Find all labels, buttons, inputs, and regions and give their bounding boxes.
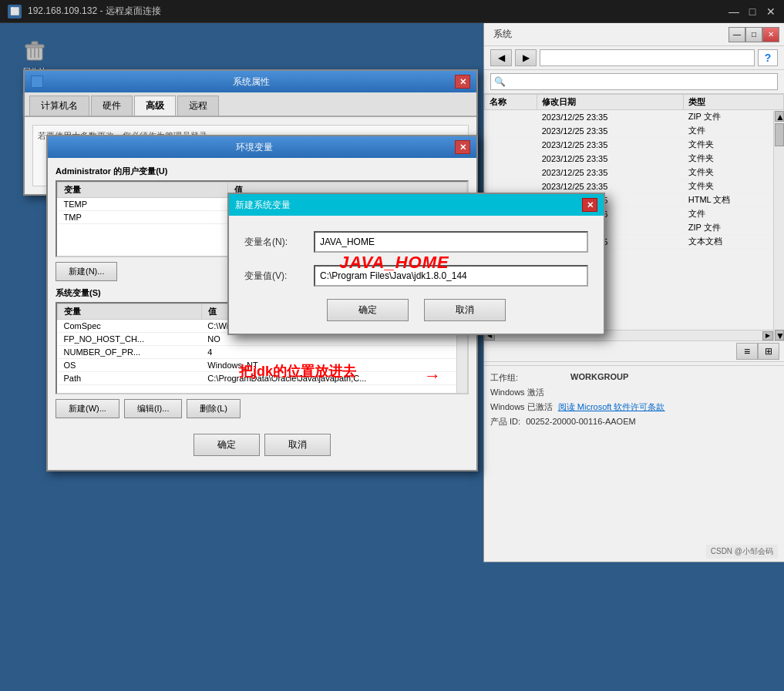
env-titlebar: 环境变量 ✕: [48, 136, 476, 158]
user-vars-title: Administrator 的用户变量(U): [56, 166, 469, 177]
taskbar-controls: — □ ✕: [728, 6, 776, 17]
col-name[interactable]: 名称: [485, 95, 537, 110]
tab-remote[interactable]: 远程: [177, 96, 219, 116]
view-toggle: ≡ ⊞: [484, 340, 784, 362]
file-row[interactable]: 2023/12/25 23:35 文件夹: [485, 152, 784, 166]
product-id-value: 00252-20000-00116-AAOEM: [526, 417, 635, 426]
var-name-row: 变量名(N):: [244, 231, 588, 253]
sys-delete-btn[interactable]: 删除(L): [187, 399, 240, 418]
activation-link[interactable]: 阅读 Microsoft 软件许可条款: [558, 402, 665, 411]
tab-computer-name[interactable]: 计算机名: [29, 96, 89, 116]
file-name: [485, 124, 537, 138]
file-type: 文件夹: [684, 166, 784, 179]
file-date: 2023/12/25 23:35: [537, 152, 684, 166]
taskbar-maximize[interactable]: □: [747, 6, 758, 17]
address-bar[interactable]: [540, 49, 755, 66]
col-type[interactable]: 类型: [684, 95, 784, 110]
help-icon[interactable]: ?: [758, 49, 778, 66]
file-type: HTML 文档: [684, 193, 784, 207]
file-date: 2023/12/25 23:35: [537, 124, 684, 138]
file-row[interactable]: 2023/12/25 23:35 文件: [485, 124, 784, 138]
env-title: 环境变量: [54, 141, 455, 154]
file-type: 文件夹: [684, 152, 784, 166]
sys-var-name: FP_NO_HOST_CH...: [58, 333, 202, 346]
file-row[interactable]: 2023/12/25 23:35 文件夹: [485, 138, 784, 152]
tab-advanced[interactable]: 高级: [134, 96, 176, 116]
file-name: [485, 166, 537, 179]
sys-var-value: 4: [201, 346, 466, 359]
scroll-right-arrow[interactable]: ▶: [762, 331, 773, 340]
new-var-dialog-buttons: 确定 取消: [244, 299, 588, 321]
sys-var-value: C:\ProgramData\Oracle\Java\javapath;C...: [201, 372, 466, 385]
watermark: CSDN @小邹会码: [706, 545, 778, 559]
sys-var-row[interactable]: Path C:\ProgramData\Oracle\Java\javapath…: [58, 372, 467, 385]
new-var-content: 变量名(N): 变量值(V): 确定 取消: [229, 216, 604, 334]
detail-view-icon[interactable]: ⊞: [758, 343, 779, 360]
sys-var-row[interactable]: NUMBER_OF_PR... 4: [58, 346, 467, 359]
search-icon: 🔍: [494, 76, 506, 87]
user-col-var[interactable]: 变量: [58, 183, 228, 198]
env-cancel-btn[interactable]: 取消: [264, 434, 331, 456]
sys-var-name: ComSpec: [58, 320, 202, 333]
file-row[interactable]: 2023/12/25 23:35 文件夹: [485, 166, 784, 179]
sys-var-name: OS: [58, 359, 202, 372]
sys-var-row[interactable]: OS Windows_NT: [58, 359, 467, 372]
system-info: 工作组: WORKGROUP Windows 激活 Windows 已激活 阅读…: [484, 365, 784, 434]
user-var-name: TEMP: [58, 198, 228, 211]
new-var-cancel-btn[interactable]: 取消: [424, 299, 506, 321]
svg-rect-2: [32, 42, 38, 45]
sys-props-titlebar: 系统属性 ✕: [25, 71, 476, 92]
col-date[interactable]: 修改日期: [537, 95, 684, 110]
env-bottom-buttons: 确定 取消: [56, 428, 469, 462]
file-date: 2023/12/25 23:35: [537, 138, 684, 152]
activation-status: Windows 已激活: [490, 402, 553, 411]
sys-edit-btn[interactable]: 编辑(I)...: [124, 399, 183, 418]
file-name: [485, 110, 537, 124]
file-date: 2023/12/25 23:35: [537, 166, 684, 179]
file-row[interactable]: 2023/12/25 23:35 文件夹: [485, 179, 784, 193]
sys-var-name: Path: [58, 372, 202, 385]
sys-props-close[interactable]: ✕: [455, 75, 470, 89]
taskbar-minimize[interactable]: —: [728, 6, 739, 17]
sys-new-btn[interactable]: 新建(W)...: [56, 399, 119, 418]
system-panel-minimize[interactable]: —: [728, 27, 745, 42]
file-type: 文本文档: [684, 235, 784, 249]
list-view-icon[interactable]: ≡: [736, 343, 758, 360]
var-value-row: 变量值(V):: [244, 265, 588, 287]
system-panel-restore[interactable]: □: [745, 27, 762, 42]
scroll-thumb[interactable]: [775, 123, 784, 146]
back-icon[interactable]: ◀: [490, 49, 512, 66]
system-panel-close[interactable]: ✕: [762, 27, 779, 42]
new-var-close[interactable]: ✕: [582, 198, 597, 212]
file-type: 文件夹: [684, 138, 784, 152]
sys-props-title: 系统属性: [48, 75, 455, 89]
file-list-scrollbar[interactable]: ▲ ▼: [773, 111, 784, 340]
file-name: [485, 152, 537, 166]
taskbar-title: 192.168.109.132 - 远程桌面连接: [28, 5, 161, 18]
taskbar-close[interactable]: ✕: [765, 6, 776, 17]
env-close[interactable]: ✕: [455, 140, 470, 154]
system-panel-title: 系统: [489, 25, 516, 44]
taskbar: ⬜ 192.168.109.132 - 远程桌面连接 — □ ✕: [0, 0, 784, 23]
file-type: ZIP 文件: [684, 221, 784, 235]
file-row[interactable]: 2023/12/25 23:35 ZIP 文件: [485, 110, 784, 124]
sys-col-var[interactable]: 变量: [58, 304, 202, 320]
env-ok-btn[interactable]: 确定: [193, 434, 260, 456]
search-box[interactable]: 🔍: [490, 73, 778, 90]
file-date: 2023/12/25 23:35: [537, 179, 684, 193]
new-var-ok-btn[interactable]: 确定: [327, 299, 409, 321]
file-type: 文件夹: [684, 179, 784, 193]
var-name-input[interactable]: [314, 231, 588, 253]
forward-icon[interactable]: ▶: [515, 49, 537, 66]
svg-rect-1: [25, 45, 44, 48]
user-new-btn[interactable]: 新建(N)...: [56, 262, 117, 281]
scroll-down-arrow[interactable]: ▼: [775, 330, 784, 340]
taskbar-icon: ⬜: [8, 5, 22, 18]
scroll-up-arrow[interactable]: ▲: [775, 111, 784, 122]
user-var-name: TMP: [58, 211, 228, 224]
tab-hardware[interactable]: 硬件: [91, 96, 133, 116]
search-input[interactable]: [509, 77, 774, 86]
var-name-label: 变量名(N):: [244, 236, 314, 249]
sys-props-tabs: 计算机名 硬件 高级 远程: [25, 92, 476, 117]
var-value-input[interactable]: [314, 265, 588, 287]
